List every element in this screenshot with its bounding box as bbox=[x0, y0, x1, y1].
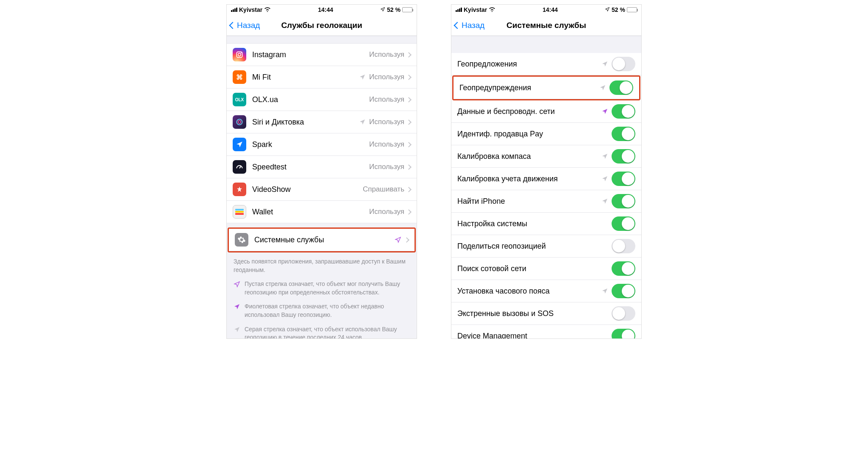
svg-point-2 bbox=[241, 53, 242, 53]
app-row[interactable]: Instagram Используя bbox=[227, 44, 417, 66]
toggle-switch[interactable] bbox=[612, 329, 635, 339]
service-name: Геопредложения bbox=[457, 60, 601, 69]
toggle-switch[interactable] bbox=[612, 284, 635, 298]
toggle-switch[interactable] bbox=[612, 261, 635, 276]
toggle-switch[interactable] bbox=[612, 194, 635, 208]
service-row[interactable]: Найти iPhone bbox=[451, 190, 641, 213]
toggle-switch[interactable] bbox=[612, 239, 635, 253]
service-row[interactable]: Геопредложения bbox=[451, 53, 641, 75]
svg-line-5 bbox=[239, 166, 241, 168]
chevron-right-icon bbox=[406, 164, 412, 170]
siri-icon bbox=[233, 115, 246, 129]
chevron-right-icon bbox=[404, 237, 409, 243]
chevron-right-icon bbox=[406, 97, 412, 103]
footer-text: Здесь появятся приложения, запрашивавшие… bbox=[227, 252, 417, 339]
chevron-right-icon bbox=[406, 52, 412, 58]
battery-icon bbox=[627, 7, 637, 12]
service-name: Device Management bbox=[457, 332, 612, 339]
wifi-icon bbox=[264, 7, 271, 13]
instagram-icon bbox=[233, 48, 246, 61]
service-name: Установка часового пояса bbox=[457, 287, 601, 296]
back-button[interactable]: Назад bbox=[227, 21, 260, 30]
service-row[interactable]: Геопредупреждения bbox=[453, 77, 639, 99]
app-name: VideoShow bbox=[252, 185, 363, 194]
chevron-back-icon bbox=[229, 22, 236, 29]
svg-point-4 bbox=[238, 121, 241, 124]
location-arrow-icon bbox=[601, 288, 608, 294]
app-status: Используя bbox=[369, 73, 404, 81]
legend-text: Серая стрелка означает, что объект испол… bbox=[245, 325, 410, 339]
toggle-switch[interactable] bbox=[612, 216, 635, 231]
service-row[interactable]: Настройка системы bbox=[451, 213, 641, 235]
location-arrow-icon bbox=[601, 175, 608, 182]
service-row[interactable]: Данные и беспроводн. сети bbox=[451, 100, 641, 123]
phone-location-services: Kyivstar 14:44 52 % Назад Службы геолока… bbox=[226, 4, 417, 339]
app-status: Используя bbox=[369, 118, 404, 126]
location-status-icon bbox=[380, 6, 385, 13]
toggle-switch[interactable] bbox=[612, 172, 635, 186]
service-row[interactable]: Калибровка компаса bbox=[451, 145, 641, 168]
location-arrow-icon bbox=[359, 74, 366, 80]
toggle-switch[interactable] bbox=[612, 306, 635, 321]
toggle-switch[interactable] bbox=[612, 149, 635, 164]
toggle-switch[interactable] bbox=[612, 127, 635, 141]
app-row[interactable]: Wallet Используя bbox=[227, 201, 417, 223]
app-list: Instagram Используя ⌘ Mi Fit Используя O… bbox=[227, 44, 417, 223]
service-name: Поделиться геопозицией bbox=[457, 242, 612, 251]
location-arrow-icon bbox=[234, 281, 240, 288]
chevron-right-icon bbox=[406, 187, 412, 192]
app-name: Wallet bbox=[252, 208, 369, 216]
svg-point-3 bbox=[236, 119, 242, 125]
service-name: Экстренные вызовы и SOS bbox=[457, 309, 612, 318]
app-row[interactable]: OLX OLX.ua Используя bbox=[227, 89, 417, 111]
nav-bar: Назад Системные службы bbox=[451, 15, 641, 36]
service-name: Геопредупреждения bbox=[459, 83, 599, 92]
service-row[interactable]: Device Management bbox=[451, 325, 641, 339]
app-row[interactable]: Spark Используя bbox=[227, 133, 417, 156]
battery-pct: 52 % bbox=[612, 6, 625, 13]
wifi-icon bbox=[489, 7, 495, 13]
system-services-highlight: Системные службы bbox=[228, 227, 416, 252]
toggle-switch[interactable] bbox=[612, 57, 635, 71]
signal-icon bbox=[456, 8, 462, 12]
service-name: Настройка системы bbox=[457, 219, 612, 228]
back-label: Назад bbox=[237, 21, 260, 30]
carrier-label: Kyivstar bbox=[464, 6, 487, 13]
clock: 14:44 bbox=[271, 6, 380, 13]
toggle-switch[interactable] bbox=[612, 104, 635, 119]
service-row[interactable]: Калибровка учета движения bbox=[451, 168, 641, 190]
system-services-row[interactable]: Системные службы bbox=[229, 229, 415, 251]
location-arrow-icon bbox=[601, 198, 608, 205]
chevron-right-icon bbox=[406, 119, 412, 125]
wallet-icon bbox=[233, 205, 246, 219]
svg-point-1 bbox=[238, 53, 241, 56]
app-status: Используя bbox=[369, 95, 404, 104]
app-row[interactable]: Speedtest Используя bbox=[227, 156, 417, 178]
status-bar: Kyivstar 14:44 52 % bbox=[451, 5, 641, 15]
app-row[interactable]: VideoShow Спрашивать bbox=[227, 178, 417, 201]
service-row[interactable]: Поделиться геопозицией bbox=[451, 235, 641, 258]
service-name: Калибровка учета движения bbox=[457, 175, 601, 183]
status-bar: Kyivstar 14:44 52 % bbox=[227, 5, 417, 15]
location-arrow-icon bbox=[234, 326, 240, 333]
service-name: Поиск сотовой сети bbox=[457, 264, 612, 273]
location-arrow-icon bbox=[395, 236, 401, 243]
service-row[interactable]: Экстренные вызовы и SOS bbox=[451, 302, 641, 325]
gear-icon bbox=[235, 233, 248, 247]
olx-icon: OLX bbox=[233, 93, 246, 106]
service-row[interactable]: Установка часового пояса bbox=[451, 280, 641, 302]
service-row[interactable]: Идентиф. продавца Pay bbox=[451, 123, 641, 145]
back-button[interactable]: Назад bbox=[451, 21, 484, 30]
app-status: Используя bbox=[369, 50, 404, 59]
service-row[interactable]: Поиск сотовой сети bbox=[451, 258, 641, 280]
footer-legend-item: Фиолетовая стрелка означает, что объект … bbox=[234, 302, 410, 319]
app-row[interactable]: Siri и Диктовка Используя bbox=[227, 111, 417, 133]
chevron-right-icon bbox=[406, 209, 412, 215]
app-row[interactable]: ⌘ Mi Fit Используя bbox=[227, 66, 417, 89]
toggle-switch[interactable] bbox=[609, 80, 633, 95]
app-name: Instagram bbox=[252, 50, 369, 59]
spark-icon bbox=[233, 138, 246, 151]
battery-icon bbox=[402, 7, 412, 12]
svg-rect-6 bbox=[235, 209, 244, 211]
speedtest-icon bbox=[233, 160, 246, 174]
